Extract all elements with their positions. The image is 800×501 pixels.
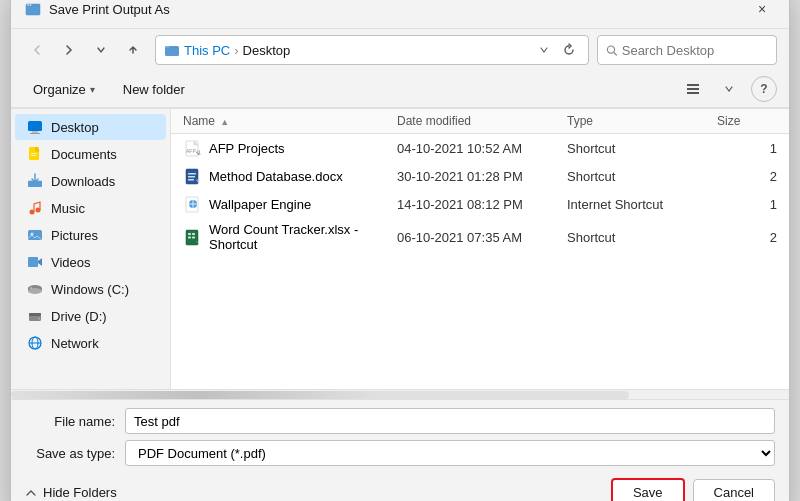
- music-icon: [27, 200, 43, 216]
- address-chevron-icon: [539, 45, 549, 55]
- table-row[interactable]: Word Count Tracker.xlsx - Shortcut 06-10…: [171, 218, 789, 256]
- svg-rect-6: [687, 88, 699, 90]
- close-button[interactable]: ×: [749, 0, 775, 22]
- chevron-down-icon: [96, 45, 106, 55]
- svg-point-2: [30, 4, 32, 6]
- save-dialog: Save Print Output As × This PC › Des: [10, 0, 790, 501]
- svg-rect-36: [188, 179, 194, 181]
- sidebar-item-desktop[interactable]: Desktop: [15, 114, 166, 140]
- view-toggle-button[interactable]: [679, 75, 707, 103]
- forward-icon: [63, 44, 75, 56]
- filetype-select[interactable]: PDF Document (*.pdf): [125, 440, 775, 466]
- sidebar-item-label: Network: [51, 336, 99, 351]
- search-input[interactable]: [622, 43, 768, 58]
- search-icon: [606, 44, 618, 57]
- new-folder-button[interactable]: New folder: [113, 79, 195, 100]
- drive-icon: [27, 308, 43, 324]
- help-button[interactable]: ?: [751, 76, 777, 102]
- svg-rect-7: [687, 92, 699, 94]
- address-bar[interactable]: This PC › Desktop: [155, 35, 589, 65]
- file-date-afp: 04-10-2021 10:52 AM: [397, 141, 567, 156]
- windows-drive-icon: [27, 281, 43, 297]
- file-icon-wordcount: [183, 227, 203, 247]
- svg-point-4: [607, 45, 614, 52]
- sidebar-item-label: Downloads: [51, 174, 115, 189]
- table-row[interactable]: AFP AFP Projects 04-10-2021 10:52 AM Sho…: [171, 134, 789, 162]
- save-button[interactable]: Save: [611, 478, 685, 501]
- dialog-icon: [25, 1, 41, 17]
- svg-rect-42: [188, 237, 191, 239]
- toolbar: This PC › Desktop: [11, 29, 789, 71]
- breadcrumb: This PC › Desktop: [184, 43, 530, 58]
- file-icon-afp: AFP: [183, 138, 203, 158]
- col-header-size[interactable]: Size: [717, 114, 777, 128]
- forward-button[interactable]: [55, 36, 83, 64]
- sidebar: Desktop Documents Downloads Music: [11, 109, 171, 389]
- view-list-icon: [685, 81, 701, 97]
- sidebar-item-network[interactable]: Network: [15, 330, 166, 356]
- svg-rect-10: [30, 133, 40, 134]
- refresh-button[interactable]: [558, 39, 580, 61]
- svg-rect-12: [31, 153, 37, 154]
- sort-arrow-icon: ▲: [220, 117, 229, 127]
- sidebar-item-pictures[interactable]: Pictures: [15, 222, 166, 248]
- view-chevron-icon: [724, 84, 734, 94]
- sidebar-item-label: Videos: [51, 255, 91, 270]
- file-size-wordcount: 2: [717, 230, 777, 245]
- file-type-wordcount: Shortcut: [567, 230, 717, 245]
- footer-buttons: Hide Folders Save Cancel: [25, 472, 775, 501]
- breadcrumb-sep1: ›: [234, 43, 238, 58]
- back-button[interactable]: [23, 36, 51, 64]
- file-date-wordcount: 06-10-2021 07:35 AM: [397, 230, 567, 245]
- breadcrumb-thispc[interactable]: This PC: [184, 43, 230, 58]
- svg-rect-26: [29, 313, 41, 316]
- sidebar-item-videos[interactable]: Videos: [15, 249, 166, 275]
- filename-input[interactable]: [125, 408, 775, 434]
- sidebar-item-label: Drive (D:): [51, 309, 107, 324]
- col-header-date[interactable]: Date modified: [397, 114, 567, 128]
- svg-rect-41: [192, 233, 195, 235]
- svg-point-1: [27, 4, 29, 6]
- svg-rect-9: [32, 131, 38, 133]
- file-name-wallpaper: Wallpaper Engine: [209, 197, 397, 212]
- file-size-method: 2: [717, 169, 777, 184]
- search-bar[interactable]: [597, 35, 777, 65]
- view-dropdown-button[interactable]: [715, 75, 743, 103]
- content-area: Desktop Documents Downloads Music: [11, 108, 789, 389]
- sidebar-item-documents[interactable]: Documents: [15, 141, 166, 167]
- organize-button[interactable]: Organize ▾: [23, 79, 105, 100]
- up-icon: [127, 44, 139, 56]
- sidebar-item-label: Desktop: [51, 120, 99, 135]
- title-bar-left: Save Print Output As: [25, 1, 170, 17]
- back-icon: [31, 44, 43, 56]
- title-bar: Save Print Output As ×: [11, 0, 789, 29]
- svg-rect-40: [188, 233, 191, 235]
- table-row[interactable]: Method Database.docx 30-10-2021 01:28 PM…: [171, 162, 789, 190]
- dropdown-button[interactable]: [87, 36, 115, 64]
- file-type-afp: Shortcut: [567, 141, 717, 156]
- filetype-label: Save as type:: [25, 446, 125, 461]
- sidebar-item-downloads[interactable]: Downloads: [15, 168, 166, 194]
- svg-rect-35: [188, 176, 195, 178]
- dialog-title: Save Print Output As: [49, 2, 170, 17]
- sidebar-item-music[interactable]: Music: [15, 195, 166, 221]
- file-list-header: Name ▲ Date modified Type Size: [171, 109, 789, 134]
- svg-rect-34: [188, 173, 196, 175]
- table-row[interactable]: Wallpaper Engine 14-10-2021 08:12 PM Int…: [171, 190, 789, 218]
- file-date-wallpaper: 14-10-2021 08:12 PM: [397, 197, 567, 212]
- file-type-wallpaper: Internet Shortcut: [567, 197, 717, 212]
- svg-point-27: [38, 318, 40, 320]
- cancel-button[interactable]: Cancel: [693, 479, 775, 501]
- up-button[interactable]: [119, 36, 147, 64]
- folder-icon: [164, 42, 180, 58]
- col-header-type[interactable]: Type: [567, 114, 717, 128]
- svg-rect-20: [28, 257, 38, 267]
- breadcrumb-desktop[interactable]: Desktop: [243, 43, 291, 58]
- horizontal-scrollbar[interactable]: [11, 389, 789, 399]
- hide-folders-button[interactable]: Hide Folders: [25, 481, 611, 501]
- sidebar-item-drive[interactable]: Drive (D:): [15, 303, 166, 329]
- col-header-name[interactable]: Name ▲: [183, 114, 397, 128]
- sidebar-item-label: Windows (C:): [51, 282, 129, 297]
- sidebar-item-windows[interactable]: Windows (C:): [15, 276, 166, 302]
- address-dropdown-btn[interactable]: [534, 45, 554, 55]
